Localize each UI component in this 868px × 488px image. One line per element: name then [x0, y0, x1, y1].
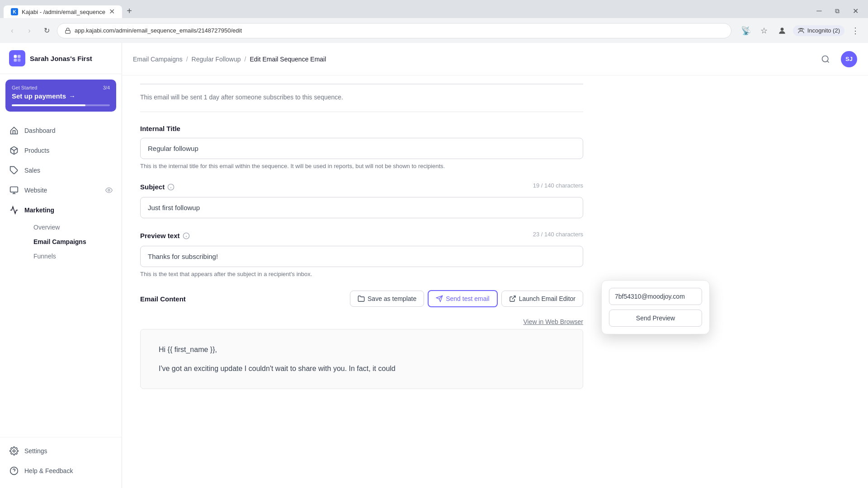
cast-icon[interactable]: 📡: [739, 23, 753, 38]
minimize-btn[interactable]: ─: [812, 4, 826, 18]
svg-rect-5: [14, 59, 17, 62]
sidebar-logo: [9, 50, 25, 66]
svg-line-17: [827, 61, 829, 62]
send-preview-btn[interactable]: Send Preview: [609, 310, 702, 327]
send-test-email-btn[interactable]: Send test email: [428, 290, 498, 307]
sidebar-sub-funnels[interactable]: Funnels: [24, 249, 122, 263]
sidebar-sub-overview[interactable]: Overview: [24, 220, 122, 235]
svg-rect-4: [18, 55, 21, 58]
svg-rect-3: [14, 55, 17, 58]
profile-icon[interactable]: [775, 23, 789, 38]
send-timing-description: This email will be sent 1 day after some…: [140, 94, 343, 101]
preview-text-help-icon[interactable]: [183, 232, 190, 239]
overview-label: Overview: [33, 224, 60, 231]
internal-title-label: Internal Title: [140, 125, 583, 132]
save-template-label: Save as template: [368, 295, 416, 302]
breadcrumb-regular-followup[interactable]: Regular Followup: [192, 56, 241, 63]
reload-btn[interactable]: ↻: [40, 24, 53, 38]
sidebar-sub-email-campaigns[interactable]: Email Campaigns: [24, 235, 122, 249]
view-in-browser-link[interactable]: View in Web Browser: [140, 314, 583, 329]
more-btn[interactable]: ⋮: [848, 23, 863, 38]
avatar-initials: SJ: [845, 56, 853, 62]
breadcrumb: Email Campaigns / Regular Followup / Edi…: [133, 56, 326, 63]
svg-point-16: [822, 56, 828, 61]
products-label: Products: [24, 147, 49, 154]
tab-close-btn[interactable]: ✕: [109, 8, 115, 15]
preview-text-char-count: 23 / 140 characters: [533, 231, 583, 238]
url-text: app.kajabi.com/admin/email_sequence_emai…: [75, 27, 242, 34]
breadcrumb-sep-2: /: [245, 56, 246, 63]
save-template-btn[interactable]: Save as template: [350, 291, 424, 307]
sidebar-item-settings[interactable]: Settings: [0, 441, 122, 461]
sidebar-item-products[interactable]: Products: [0, 141, 122, 160]
forward-btn[interactable]: ›: [23, 24, 36, 38]
sidebar-item-dashboard[interactable]: Dashboard: [0, 121, 122, 141]
breadcrumb-email-campaigns[interactable]: Email Campaigns: [133, 56, 183, 63]
preview-text-hint: This is the text that appears after the …: [140, 271, 583, 277]
new-tab-btn[interactable]: +: [122, 4, 137, 18]
active-tab[interactable]: K Kajabi - /admin/email_sequence ✕: [4, 5, 122, 18]
browser-nav: ‹ › ↻ app.kajabi.com/admin/email_sequenc…: [0, 18, 868, 43]
gear-icon: [9, 446, 19, 456]
internal-title-section: Internal Title This is the internal titl…: [140, 125, 583, 169]
avatar[interactable]: SJ: [841, 51, 857, 67]
browser-tabs: K Kajabi - /admin/email_sequence ✕ + ─ ⧉…: [0, 0, 868, 18]
tag-icon: [9, 165, 19, 175]
get-started-progress-fill: [12, 104, 85, 106]
subject-section: Subject 19 / 140 characters: [140, 182, 583, 218]
sidebar-item-sales[interactable]: Sales: [0, 160, 122, 180]
get-started-action-text: Set up payments: [12, 92, 66, 100]
monitor-icon: [9, 185, 19, 195]
subject-input[interactable]: [140, 197, 583, 218]
top-header: Email Campaigns / Regular Followup / Edi…: [122, 43, 868, 75]
subject-label: Subject: [140, 183, 175, 191]
sidebar-item-marketing[interactable]: Marketing: [0, 200, 122, 220]
breadcrumb-current: Edit Email Sequence Email: [250, 56, 326, 63]
svg-point-1: [780, 28, 783, 31]
eye-icon[interactable]: [105, 187, 113, 194]
sidebar-item-help[interactable]: Help & Feedback: [0, 461, 122, 481]
restore-btn[interactable]: ⧉: [830, 4, 844, 18]
save-template-icon: [358, 295, 365, 302]
email-content-actions: Save as template Send test email Launch …: [350, 290, 583, 307]
sidebar: Sarah Jonas's First Get Started 3/4 Set …: [0, 43, 122, 488]
svg-point-12: [108, 189, 110, 191]
sidebar-item-website[interactable]: Website: [0, 180, 122, 200]
bookmark-icon[interactable]: ☆: [757, 23, 771, 38]
back-btn[interactable]: ‹: [5, 24, 19, 38]
main-content: Email Campaigns / Regular Followup / Edi…: [122, 43, 868, 488]
get-started-count: 3/4: [103, 85, 110, 90]
internal-title-input[interactable]: [140, 138, 583, 159]
website-label: Website: [24, 187, 47, 194]
lock-icon: [65, 28, 71, 34]
email-content-section: Email Content Save as template Send test…: [140, 290, 583, 389]
megaphone-icon: [9, 205, 19, 215]
launch-editor-btn[interactable]: Launch Email Editor: [501, 291, 583, 307]
address-bar[interactable]: app.kajabi.com/admin/email_sequence_emai…: [57, 23, 731, 38]
get-started-arrow: →: [69, 92, 75, 100]
preview-text-section: Preview text 23 / 140 characters This is…: [140, 231, 583, 277]
subject-help-icon[interactable]: [167, 183, 175, 191]
sales-label: Sales: [24, 167, 40, 174]
preview-text-label: Preview text: [140, 232, 190, 239]
search-icon: [821, 55, 830, 64]
email-body-line2: I've got an exciting update I couldn't w…: [159, 363, 565, 375]
svg-line-26: [512, 296, 515, 299]
divider-top: [140, 84, 583, 84]
tab-label: Kajabi - /admin/email_sequence: [22, 9, 105, 15]
launch-editor-label: Launch Email Editor: [519, 295, 576, 302]
email-preview: Hi {{ first_name }}, I've got an excitin…: [140, 329, 583, 389]
get-started-card[interactable]: Get Started 3/4 Set up payments →: [5, 80, 116, 112]
internal-title-hint: This is the internal title for this emai…: [140, 163, 583, 169]
incognito-btn[interactable]: Incognito (2): [793, 25, 844, 36]
box-icon: [9, 145, 19, 155]
preview-text-input[interactable]: [140, 246, 583, 267]
svg-rect-0: [66, 30, 71, 33]
svg-rect-9: [10, 187, 18, 192]
subject-char-count: 19 / 140 characters: [533, 182, 583, 189]
search-btn[interactable]: [817, 51, 834, 67]
send-test-label: Send test email: [446, 295, 490, 302]
close-btn[interactable]: ✕: [848, 4, 863, 18]
get-started-progress-bar: [12, 104, 110, 106]
popup-email-input[interactable]: [609, 288, 702, 305]
